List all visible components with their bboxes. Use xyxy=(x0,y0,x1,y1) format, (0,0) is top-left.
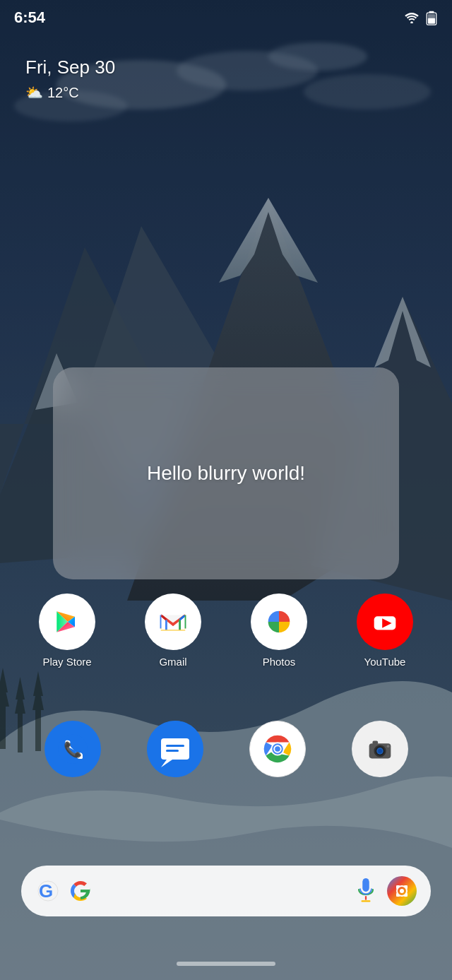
playstore-icon xyxy=(52,606,83,637)
svg-point-54 xyxy=(386,745,389,748)
dock-chrome[interactable] xyxy=(249,721,306,777)
app-row: Play Store xyxy=(0,594,452,668)
lens-icon-wrap[interactable] xyxy=(387,876,417,906)
mic-icon-wrap[interactable] xyxy=(353,878,379,904)
dock-camera[interactable] xyxy=(352,721,408,777)
playstore-icon-circle[interactable] xyxy=(39,594,95,650)
app-item-playstore[interactable]: Play Store xyxy=(21,594,113,668)
messages-icon xyxy=(147,721,203,777)
svg-rect-53 xyxy=(372,741,378,745)
phone-icon: 📞 xyxy=(58,734,88,764)
google-g-logo: G xyxy=(35,878,61,904)
battery-icon xyxy=(425,10,438,25)
gmail-label: Gmail xyxy=(159,656,186,668)
status-time: 6:54 xyxy=(14,8,45,27)
app-item-gmail[interactable]: Gmail xyxy=(127,594,219,668)
youtube-icon xyxy=(369,606,401,638)
photos-icon-circle[interactable] xyxy=(251,594,307,650)
svg-rect-26 xyxy=(429,11,434,13)
date-text: Fri, Sep 30 xyxy=(25,57,115,78)
camera-icon xyxy=(364,733,396,765)
photos-icon xyxy=(263,606,295,638)
playstore-label: Play Store xyxy=(42,656,91,668)
svg-rect-31 xyxy=(161,630,186,631)
svg-point-64 xyxy=(400,889,404,893)
gmail-icon xyxy=(157,606,189,638)
dock-phone[interactable]: 📞 xyxy=(44,721,101,777)
svg-rect-40 xyxy=(166,745,184,747)
home-indicator xyxy=(177,962,275,966)
svg-rect-41 xyxy=(166,750,179,752)
chrome-icon xyxy=(261,733,294,765)
wifi-icon xyxy=(404,12,420,23)
weather-row: ⛅ 12°C xyxy=(25,84,115,101)
svg-point-24 xyxy=(410,21,413,23)
svg-rect-28 xyxy=(428,18,435,24)
dock-messages[interactable] xyxy=(147,721,203,777)
date-widget: Fri, Sep 30 ⛅ 12°C xyxy=(25,57,115,101)
dock-row: 📞 xyxy=(0,721,452,777)
svg-text:📞: 📞 xyxy=(64,740,83,759)
mic-icon xyxy=(355,878,376,904)
status-bar: 6:54 xyxy=(0,0,452,35)
search-bar[interactable]: G xyxy=(21,866,431,916)
blurry-widget-text: Hello blurry world! xyxy=(147,462,305,485)
youtube-icon-circle[interactable] xyxy=(357,594,413,650)
svg-point-46 xyxy=(275,746,280,752)
photos-label: Photos xyxy=(263,656,296,668)
status-icons xyxy=(404,10,438,25)
google-logo xyxy=(69,880,92,902)
app-item-photos[interactable]: Photos xyxy=(233,594,325,668)
lens-icon xyxy=(393,882,411,900)
app-item-youtube[interactable]: YouTube xyxy=(339,594,431,668)
svg-rect-38 xyxy=(161,738,189,760)
weather-icon: ⛅ xyxy=(25,84,43,101)
weather-temperature: 12°C xyxy=(47,85,79,101)
youtube-label: YouTube xyxy=(364,656,406,668)
svg-point-52 xyxy=(378,749,382,753)
gmail-icon-circle[interactable] xyxy=(145,594,201,650)
blurry-widget: Hello blurry world! xyxy=(53,367,399,579)
